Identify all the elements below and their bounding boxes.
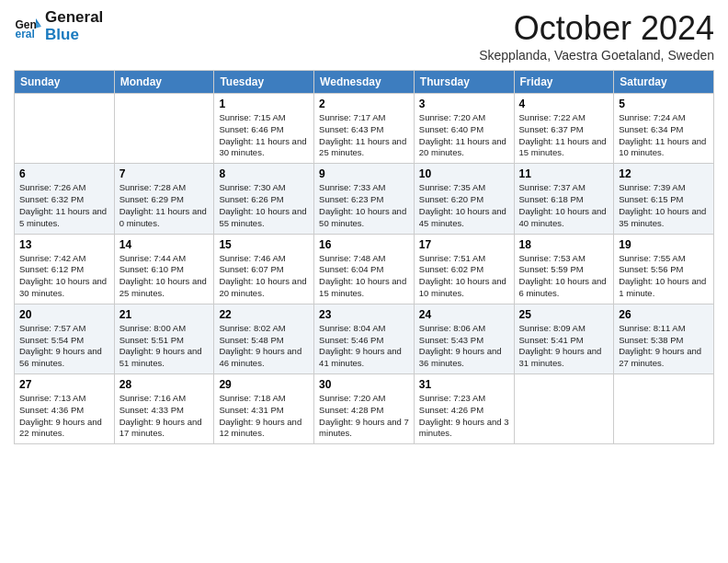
logo-text-line2: Blue: [45, 27, 103, 44]
day-detail: Sunrise: 7:30 AMSunset: 6:26 PMDaylight:…: [219, 182, 309, 229]
calendar-cell: 17Sunrise: 7:51 AMSunset: 6:02 PMDayligh…: [414, 234, 514, 304]
day-number: 18: [519, 238, 609, 251]
calendar-table: SundayMondayTuesdayWednesdayThursdayFrid…: [14, 70, 714, 444]
svg-text:eral: eral: [16, 28, 35, 40]
day-detail: Sunrise: 8:09 AMSunset: 5:41 PMDaylight:…: [519, 323, 609, 370]
calendar-header-row: SundayMondayTuesdayWednesdayThursdayFrid…: [15, 71, 714, 94]
day-detail: Sunrise: 8:11 AMSunset: 5:38 PMDaylight:…: [619, 323, 709, 370]
calendar-cell: 2Sunrise: 7:17 AMSunset: 6:43 PMDaylight…: [314, 94, 415, 164]
calendar-cell: 26Sunrise: 8:11 AMSunset: 5:38 PMDayligh…: [614, 304, 714, 373]
day-detail: Sunrise: 8:04 AMSunset: 5:46 PMDaylight:…: [319, 323, 409, 370]
calendar-cell: 15Sunrise: 7:46 AMSunset: 6:07 PMDayligh…: [214, 234, 314, 304]
day-detail: Sunrise: 7:35 AMSunset: 6:20 PMDaylight:…: [419, 182, 509, 229]
logo-icon: Gen eral: [14, 13, 41, 40]
day-detail: Sunrise: 7:20 AMSunset: 4:28 PMDaylight:…: [319, 393, 409, 440]
day-detail: Sunrise: 7:13 AMSunset: 4:36 PMDaylight:…: [19, 393, 109, 440]
day-detail: Sunrise: 7:48 AMSunset: 6:04 PMDaylight:…: [319, 253, 409, 300]
day-number: 28: [119, 378, 210, 391]
day-detail: Sunrise: 8:00 AMSunset: 5:51 PMDaylight:…: [119, 323, 210, 370]
day-number: 10: [419, 167, 509, 180]
day-number: 4: [519, 98, 609, 110]
calendar-title-block: October 2024 Skepplanda, Vaestra Goetala…: [479, 9, 714, 63]
calendar-cell: [114, 94, 214, 164]
calendar-cell: 20Sunrise: 7:57 AMSunset: 5:54 PMDayligh…: [15, 304, 115, 373]
day-number: 17: [419, 238, 509, 251]
calendar-week-row: 27Sunrise: 7:13 AMSunset: 4:36 PMDayligh…: [15, 374, 714, 444]
day-number: 30: [319, 378, 409, 391]
day-number: 16: [319, 238, 409, 251]
day-detail: Sunrise: 7:17 AMSunset: 6:43 PMDaylight:…: [319, 112, 409, 159]
calendar-cell: 16Sunrise: 7:48 AMSunset: 6:04 PMDayligh…: [314, 234, 415, 304]
day-number: 24: [419, 308, 509, 321]
logo-text-line1: General: [45, 9, 103, 27]
calendar-cell: 14Sunrise: 7:44 AMSunset: 6:10 PMDayligh…: [114, 234, 214, 304]
day-detail: Sunrise: 7:57 AMSunset: 5:54 PMDaylight:…: [19, 323, 109, 370]
day-number: 9: [319, 167, 409, 180]
calendar-cell: 1Sunrise: 7:15 AMSunset: 6:46 PMDaylight…: [214, 94, 314, 164]
calendar-cell: 18Sunrise: 7:53 AMSunset: 5:59 PMDayligh…: [514, 234, 614, 304]
day-detail: Sunrise: 7:16 AMSunset: 4:33 PMDaylight:…: [119, 393, 210, 440]
day-number: 19: [619, 238, 709, 251]
month-title: October 2024: [479, 9, 714, 48]
calendar-cell: 28Sunrise: 7:16 AMSunset: 4:33 PMDayligh…: [114, 374, 214, 444]
calendar-cell: 25Sunrise: 8:09 AMSunset: 5:41 PMDayligh…: [514, 304, 614, 373]
location-title: Skepplanda, Vaestra Goetaland, Sweden: [479, 48, 714, 63]
day-of-week-header: Friday: [514, 71, 614, 94]
day-detail: Sunrise: 7:20 AMSunset: 6:40 PMDaylight:…: [419, 112, 509, 159]
day-detail: Sunrise: 7:55 AMSunset: 5:56 PMDaylight:…: [619, 253, 709, 300]
day-number: 2: [319, 98, 409, 110]
calendar-cell: 4Sunrise: 7:22 AMSunset: 6:37 PMDaylight…: [514, 94, 614, 164]
day-number: 5: [619, 98, 709, 110]
day-number: 22: [219, 308, 309, 321]
day-detail: Sunrise: 7:26 AMSunset: 6:32 PMDaylight:…: [19, 182, 109, 229]
day-detail: Sunrise: 7:46 AMSunset: 6:07 PMDaylight:…: [219, 253, 309, 300]
day-detail: Sunrise: 7:37 AMSunset: 6:18 PMDaylight:…: [519, 182, 609, 229]
day-detail: Sunrise: 7:18 AMSunset: 4:31 PMDaylight:…: [219, 393, 309, 440]
day-number: 7: [119, 167, 210, 180]
calendar-cell: 9Sunrise: 7:33 AMSunset: 6:23 PMDaylight…: [314, 164, 415, 234]
day-number: 26: [619, 308, 709, 321]
calendar-cell: 13Sunrise: 7:42 AMSunset: 6:12 PMDayligh…: [15, 234, 115, 304]
calendar-week-row: 20Sunrise: 7:57 AMSunset: 5:54 PMDayligh…: [15, 304, 714, 373]
day-of-week-header: Thursday: [414, 71, 514, 94]
calendar-cell: 19Sunrise: 7:55 AMSunset: 5:56 PMDayligh…: [614, 234, 714, 304]
day-number: 13: [19, 238, 109, 251]
day-number: 21: [119, 308, 210, 321]
calendar-cell: [614, 374, 714, 444]
calendar-cell: 23Sunrise: 8:04 AMSunset: 5:46 PMDayligh…: [314, 304, 415, 373]
day-detail: Sunrise: 7:33 AMSunset: 6:23 PMDaylight:…: [319, 182, 409, 229]
calendar-cell: 31Sunrise: 7:23 AMSunset: 4:26 PMDayligh…: [414, 374, 514, 444]
day-number: 3: [419, 98, 509, 110]
day-detail: Sunrise: 7:53 AMSunset: 5:59 PMDaylight:…: [519, 253, 609, 300]
day-detail: Sunrise: 7:15 AMSunset: 6:46 PMDaylight:…: [219, 112, 309, 159]
day-number: 23: [319, 308, 409, 321]
day-detail: Sunrise: 7:44 AMSunset: 6:10 PMDaylight:…: [119, 253, 210, 300]
calendar-cell: 21Sunrise: 8:00 AMSunset: 5:51 PMDayligh…: [114, 304, 214, 373]
day-number: 8: [219, 167, 309, 180]
logo: Gen eral General Blue: [14, 9, 103, 43]
calendar-cell: 3Sunrise: 7:20 AMSunset: 6:40 PMDaylight…: [414, 94, 514, 164]
day-detail: Sunrise: 7:23 AMSunset: 4:26 PMDaylight:…: [419, 393, 509, 440]
day-detail: Sunrise: 7:22 AMSunset: 6:37 PMDaylight:…: [519, 112, 609, 159]
day-of-week-header: Saturday: [614, 71, 714, 94]
calendar-cell: 6Sunrise: 7:26 AMSunset: 6:32 PMDaylight…: [15, 164, 115, 234]
calendar-week-row: 1Sunrise: 7:15 AMSunset: 6:46 PMDaylight…: [15, 94, 714, 164]
day-detail: Sunrise: 7:42 AMSunset: 6:12 PMDaylight:…: [19, 253, 109, 300]
calendar-cell: 8Sunrise: 7:30 AMSunset: 6:26 PMDaylight…: [214, 164, 314, 234]
calendar-cell: 5Sunrise: 7:24 AMSunset: 6:34 PMDaylight…: [614, 94, 714, 164]
calendar-cell: 29Sunrise: 7:18 AMSunset: 4:31 PMDayligh…: [214, 374, 314, 444]
day-number: 31: [419, 378, 509, 391]
day-detail: Sunrise: 7:28 AMSunset: 6:29 PMDaylight:…: [119, 182, 210, 229]
day-number: 25: [519, 308, 609, 321]
calendar-cell: 22Sunrise: 8:02 AMSunset: 5:48 PMDayligh…: [214, 304, 314, 373]
day-number: 1: [219, 98, 309, 110]
calendar-cell: [514, 374, 614, 444]
day-number: 12: [619, 167, 709, 180]
calendar-cell: 7Sunrise: 7:28 AMSunset: 6:29 PMDaylight…: [114, 164, 214, 234]
day-of-week-header: Wednesday: [314, 71, 415, 94]
day-number: 29: [219, 378, 309, 391]
day-detail: Sunrise: 8:06 AMSunset: 5:43 PMDaylight:…: [419, 323, 509, 370]
calendar-cell: 12Sunrise: 7:39 AMSunset: 6:15 PMDayligh…: [614, 164, 714, 234]
day-number: 11: [519, 167, 609, 180]
day-number: 27: [19, 378, 109, 391]
